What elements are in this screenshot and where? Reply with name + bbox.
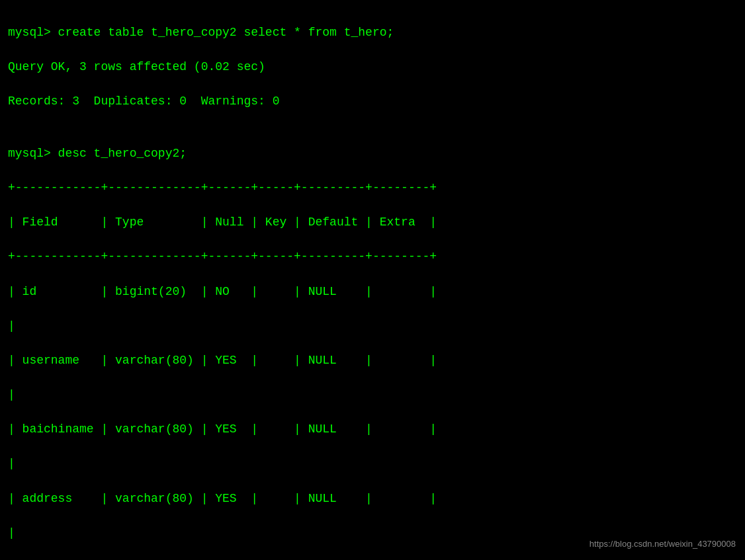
line-5: mysql> desc t_hero_copy2; <box>8 145 737 162</box>
line-2: Query OK, 3 rows affected (0.02 sec) <box>8 58 737 75</box>
terminal-window: mysql> create table t_hero_copy2 select … <box>0 0 745 560</box>
line-6: +------------+-------------+------+-----… <box>8 179 737 196</box>
line-14: | <box>8 455 737 472</box>
line-12: | <box>8 386 737 403</box>
line-7: | Field | Type | Null | Key | Default | … <box>8 214 737 231</box>
line-3: Records: 3 Duplicates: 0 Warnings: 0 <box>8 93 737 110</box>
line-13: | baichiname | varchar(80) | YES | | NUL… <box>8 420 737 438</box>
line-10: | <box>8 317 737 335</box>
line-9: | id | bigint(20) | NO | | NULL | | <box>8 283 737 300</box>
line-1: mysql> create table t_hero_copy2 select … <box>8 24 737 41</box>
line-11: | username | varchar(80) | YES | | NULL … <box>8 352 737 369</box>
line-8: +------------+-------------+------+-----… <box>8 248 737 265</box>
line-15: | address | varchar(80) | YES | | NULL |… <box>8 490 737 507</box>
watermark-text: https://blog.csdn.net/weixin_43790008 <box>590 538 736 551</box>
